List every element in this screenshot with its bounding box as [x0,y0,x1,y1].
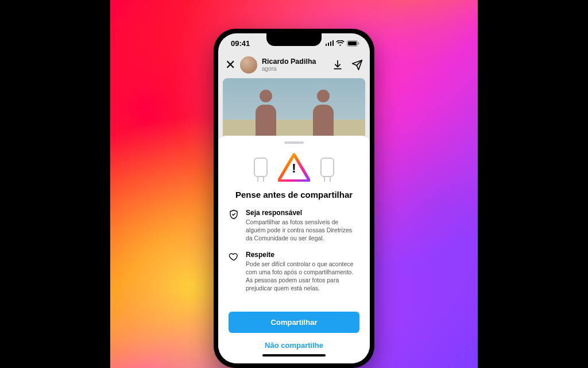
story-timestamp: agora [262,66,327,72]
sheet-item-responsible: Seja responsável Compartilhar as fotos s… [229,209,359,243]
image-sign-icon [320,158,334,177]
status-right [326,40,360,47]
avatar[interactable] [240,56,257,74]
svg-rect-2 [358,42,359,44]
speech-sign-icon [254,158,268,177]
heart-icon [229,251,240,293]
gradient-stage: 09:41 ✕ Ricardo Padilha agora [110,0,478,368]
story-author-block[interactable]: Ricardo Padilha agora [262,58,327,72]
status-bar: 09:41 [218,33,370,53]
share-warning-sheet: ! Pense antes de compartilhar Seja respo… [218,136,370,363]
sheet-item-respect: Respeite Pode ser difícil controlar o qu… [229,251,359,293]
shield-check-icon [229,209,240,243]
sheet-grabber[interactable] [284,141,304,144]
close-icon[interactable]: ✕ [225,59,235,71]
send-icon[interactable] [351,59,363,71]
sheet-item-title: Respeite [246,251,359,259]
svg-rect-1 [348,41,357,45]
sheet-item-body: Pode ser difícil controlar o que acontec… [246,260,359,293]
home-indicator[interactable] [262,354,326,356]
exclamation-icon: ! [292,161,296,176]
phone-screen: 09:41 ✕ Ricardo Padilha agora [218,33,370,363]
sheet-title: Pense antes de compartilhar [229,190,359,200]
sheet-item-title: Seja responsável [246,209,359,217]
share-button[interactable]: Compartilhar [229,312,359,333]
warning-illustration: ! [229,150,359,185]
story-header: ✕ Ricardo Padilha agora [218,53,370,78]
dont-share-button[interactable]: Não compartilhe [229,339,359,351]
sheet-item-body: Compartilhar as fotos sensíveis de algué… [246,218,359,243]
download-icon[interactable] [332,59,343,71]
cellular-icon [326,40,334,46]
battery-icon [347,40,359,47]
phone-frame: 09:41 ✕ Ricardo Padilha agora [214,29,374,368]
status-time: 09:41 [231,39,250,48]
story-username: Ricardo Padilha [262,58,327,66]
warning-triangle-icon: ! [278,153,310,182]
wifi-icon [336,40,345,47]
